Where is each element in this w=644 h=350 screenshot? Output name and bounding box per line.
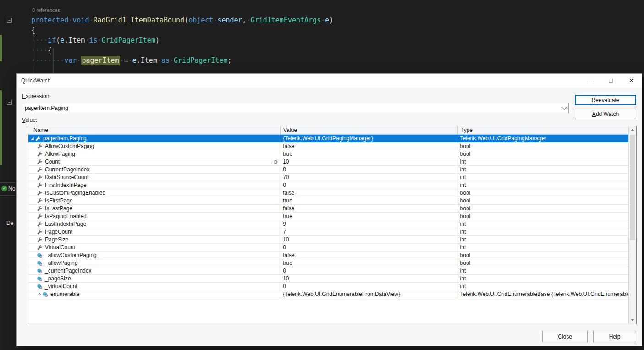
code-line: protected·void·RadGrid1_ItemDataBound(ob… xyxy=(31,15,333,25)
grid-body: pagerItem.Paging{Telerik.Web.UI.GridPagi… xyxy=(28,135,628,324)
watch-row[interactable]: _allowPagingtruebool xyxy=(28,259,628,267)
type-cell: bool xyxy=(457,213,628,220)
type-cell: int xyxy=(457,275,628,282)
watch-row[interactable]: AllowCustomPagingfalsebool xyxy=(28,142,628,150)
name-cell: _currentPageIndex xyxy=(28,267,280,274)
value-cell: 0 xyxy=(280,166,457,173)
property-icon xyxy=(37,245,44,251)
indent-guide xyxy=(33,28,33,73)
private-field-icon xyxy=(37,276,44,282)
maximize-icon[interactable]: □ xyxy=(600,74,621,88)
fold-collapse-icon[interactable]: − xyxy=(7,100,12,105)
watch-row[interactable]: _virtualCount0int xyxy=(28,283,628,290)
tree-expand-icon[interactable] xyxy=(37,292,42,297)
debug-window-tab[interactable]: De xyxy=(6,220,13,226)
watch-row[interactable]: _currentPageIndex0int xyxy=(28,267,628,275)
watch-name: PageCount xyxy=(45,228,72,235)
name-cell: AllowPaging xyxy=(28,150,280,158)
property-icon xyxy=(37,198,44,204)
name-cell: Count xyxy=(28,158,280,165)
fold-collapse-icon[interactable]: − xyxy=(7,18,12,23)
close-button[interactable]: Close xyxy=(542,331,588,342)
property-icon xyxy=(37,213,44,219)
pin-icon[interactable] xyxy=(272,159,278,165)
close-icon[interactable]: × xyxy=(621,74,642,88)
name-cell: _allowPaging xyxy=(28,259,280,267)
code-lens-references[interactable]: 0 references xyxy=(32,7,60,13)
watch-row[interactable]: Count10int xyxy=(28,158,628,166)
private-field-icon xyxy=(37,260,44,266)
value-cell: false xyxy=(280,142,457,150)
watch-row[interactable]: CurrentPageIndex0int xyxy=(28,166,628,174)
scrollbar-thumb[interactable] xyxy=(630,135,635,240)
help-button[interactable]: Help xyxy=(593,331,636,342)
watch-row[interactable]: IsFirstPagetruebool xyxy=(28,197,628,205)
expression-input[interactable] xyxy=(22,104,560,112)
minimize-icon[interactable]: − xyxy=(580,74,600,88)
vs-main-window: 0 references protected·void·RadGrid1_Ite… xyxy=(0,0,644,350)
scroll-up-icon[interactable] xyxy=(629,126,636,134)
watch-row[interactable]: IsCustomPagingEnabledfalsebool xyxy=(28,189,628,197)
type-cell: bool xyxy=(457,252,628,259)
watch-row[interactable]: AllowPagingtruebool xyxy=(28,150,628,158)
value-cell: 9 xyxy=(280,220,457,228)
watch-row[interactable]: IsPagingEnabledtruebool xyxy=(28,213,628,220)
name-cell: AllowCustomPaging xyxy=(28,142,280,150)
type-cell: int xyxy=(457,174,628,181)
property-icon xyxy=(37,143,44,149)
indent-guide xyxy=(53,49,54,73)
name-cell: VirtualCount xyxy=(28,244,280,251)
watch-name: pagerItem.Paging xyxy=(43,135,87,142)
watch-row[interactable]: PageCount7int xyxy=(28,228,628,236)
watch-row[interactable]: LastIndexInPage9int xyxy=(28,220,628,228)
reevaluate-button[interactable]: Reevaluate xyxy=(575,95,636,105)
type-cell: int xyxy=(457,236,628,243)
window-divider xyxy=(0,182,16,183)
grid-header: Name Value Type xyxy=(28,126,636,135)
add-watch-button[interactable]: Add Watch xyxy=(575,109,636,119)
watch-row[interactable]: FirstIndexInPage0int xyxy=(28,181,628,189)
type-cell: int xyxy=(457,158,628,165)
watch-row[interactable]: _allowCustomPagingfalsebool xyxy=(28,252,628,259)
watch-row[interactable]: _pageSize10int xyxy=(28,275,628,283)
value-cell: true xyxy=(280,150,457,158)
check-circle-icon: ✓ xyxy=(1,186,7,191)
type-cell: bool xyxy=(457,189,628,197)
value-cell: true xyxy=(280,197,457,204)
column-header-name[interactable]: Name xyxy=(28,126,281,134)
property-icon xyxy=(37,190,44,196)
property-icon xyxy=(37,151,44,157)
column-header-type[interactable]: Type xyxy=(458,126,629,134)
type-cell: bool xyxy=(457,259,628,267)
type-cell: int xyxy=(457,244,628,251)
scroll-down-icon[interactable] xyxy=(629,316,636,324)
type-cell: int xyxy=(457,166,628,173)
private-field-icon xyxy=(37,252,44,258)
tree-collapse-icon[interactable] xyxy=(29,136,35,141)
dropdown-button[interactable] xyxy=(560,103,568,113)
watch-name: IsLastPage xyxy=(45,205,72,212)
vertical-scrollbar[interactable] xyxy=(628,126,636,324)
property-icon xyxy=(37,206,44,212)
private-field-icon xyxy=(37,268,44,274)
private-field-icon xyxy=(37,284,44,290)
property-icon xyxy=(37,175,44,180)
watch-row[interactable]: IsLastPagefalsebool xyxy=(28,205,628,213)
watch-row[interactable]: DataSourceCount70int xyxy=(28,174,628,181)
watch-name: AllowPaging xyxy=(45,150,75,158)
value-cell: {Telerik.Web.UI.GridPagingManager} xyxy=(280,135,457,142)
name-cell: _pageSize xyxy=(28,275,280,282)
dialog-title: QuickWatch xyxy=(21,77,50,84)
value-cell: false xyxy=(280,205,457,212)
column-header-value[interactable]: Value xyxy=(281,126,458,134)
property-icon xyxy=(37,182,44,188)
dialog-titlebar[interactable]: QuickWatch − □ × xyxy=(17,74,642,88)
watch-row[interactable]: pagerItem.Paging{Telerik.Web.UI.GridPagi… xyxy=(28,135,628,142)
type-cell: int xyxy=(457,283,628,290)
name-cell: DataSourceCount xyxy=(28,174,280,181)
watch-row[interactable]: PageSize10int xyxy=(28,236,628,244)
watch-row[interactable]: enumerable{Telerik.Web.UI.GridEnumerable… xyxy=(28,290,628,298)
watch-name: AllowCustomPaging xyxy=(45,142,94,150)
property-icon xyxy=(37,221,44,227)
watch-row[interactable]: VirtualCount0int xyxy=(28,244,628,252)
